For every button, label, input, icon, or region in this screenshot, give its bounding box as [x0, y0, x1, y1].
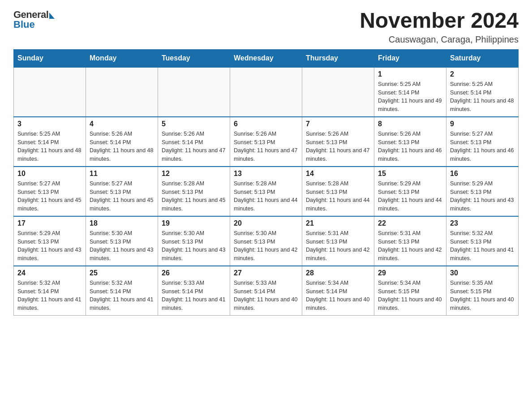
- sun-info: Sunrise: 5:35 AMSunset: 5:15 PMDaylight:…: [450, 279, 515, 313]
- sun-info: Sunrise: 5:34 AMSunset: 5:15 PMDaylight:…: [378, 279, 442, 313]
- day-number: 9: [450, 120, 515, 128]
- sun-info: Sunrise: 5:34 AMSunset: 5:14 PMDaylight:…: [306, 279, 370, 313]
- sun-info: Sunrise: 5:27 AMSunset: 5:13 PMDaylight:…: [17, 180, 82, 213]
- sun-info: Sunrise: 5:29 AMSunset: 5:13 PMDaylight:…: [378, 180, 442, 213]
- day-number: 2: [450, 70, 515, 78]
- sun-info: Sunrise: 5:29 AMSunset: 5:13 PMDaylight:…: [450, 180, 515, 213]
- calendar-cell: [86, 67, 158, 117]
- calendar-cell: [230, 67, 302, 117]
- month-year-title: November 2024: [360, 9, 519, 33]
- sun-info: Sunrise: 5:26 AMSunset: 5:13 PMDaylight:…: [306, 130, 370, 163]
- calendar-header-sunday: Sunday: [14, 49, 86, 67]
- sun-info: Sunrise: 5:25 AMSunset: 5:14 PMDaylight:…: [450, 80, 515, 114]
- sun-info: Sunrise: 5:25 AMSunset: 5:14 PMDaylight:…: [17, 130, 82, 163]
- sun-info: Sunrise: 5:28 AMSunset: 5:13 PMDaylight:…: [162, 180, 226, 213]
- sun-info: Sunrise: 5:33 AMSunset: 5:14 PMDaylight:…: [234, 279, 298, 313]
- calendar-cell: 13Sunrise: 5:28 AMSunset: 5:13 PMDayligh…: [230, 167, 302, 216]
- sun-info: Sunrise: 5:29 AMSunset: 5:13 PMDaylight:…: [17, 229, 82, 263]
- calendar-header-saturday: Saturday: [446, 49, 519, 67]
- calendar-week-row: 17Sunrise: 5:29 AMSunset: 5:13 PMDayligh…: [14, 216, 519, 266]
- calendar-cell: 17Sunrise: 5:29 AMSunset: 5:13 PMDayligh…: [14, 216, 86, 266]
- day-number: 29: [378, 269, 442, 277]
- day-number: 7: [306, 120, 370, 128]
- calendar-header-row: SundayMondayTuesdayWednesdayThursdayFrid…: [14, 49, 519, 67]
- calendar-cell: 21Sunrise: 5:31 AMSunset: 5:13 PMDayligh…: [302, 216, 374, 266]
- day-number: 17: [17, 219, 82, 227]
- calendar-cell: 20Sunrise: 5:30 AMSunset: 5:13 PMDayligh…: [230, 216, 302, 266]
- sun-info: Sunrise: 5:30 AMSunset: 5:13 PMDaylight:…: [90, 229, 154, 263]
- calendar-cell: 10Sunrise: 5:27 AMSunset: 5:13 PMDayligh…: [14, 167, 86, 216]
- sun-info: Sunrise: 5:28 AMSunset: 5:13 PMDaylight:…: [234, 180, 298, 213]
- calendar-header-thursday: Thursday: [302, 49, 374, 67]
- calendar-cell: 14Sunrise: 5:28 AMSunset: 5:13 PMDayligh…: [302, 167, 374, 216]
- day-number: 13: [234, 170, 298, 178]
- calendar-cell: 25Sunrise: 5:32 AMSunset: 5:14 PMDayligh…: [86, 266, 158, 316]
- sun-info: Sunrise: 5:27 AMSunset: 5:13 PMDaylight:…: [450, 130, 515, 163]
- day-number: 5: [162, 120, 226, 128]
- calendar-cell: 4Sunrise: 5:26 AMSunset: 5:14 PMDaylight…: [86, 117, 158, 167]
- calendar-cell: 26Sunrise: 5:33 AMSunset: 5:14 PMDayligh…: [158, 266, 230, 316]
- calendar-cell: 24Sunrise: 5:32 AMSunset: 5:14 PMDayligh…: [14, 266, 86, 316]
- logo-blue-text: Blue: [13, 19, 35, 30]
- day-number: 28: [306, 269, 370, 277]
- sun-info: Sunrise: 5:26 AMSunset: 5:13 PMDaylight:…: [378, 130, 442, 163]
- day-number: 11: [90, 170, 154, 178]
- day-number: 16: [450, 170, 515, 178]
- calendar-cell: 16Sunrise: 5:29 AMSunset: 5:13 PMDayligh…: [446, 167, 519, 216]
- sun-info: Sunrise: 5:26 AMSunset: 5:14 PMDaylight:…: [90, 130, 154, 163]
- day-number: 23: [450, 219, 515, 227]
- day-number: 22: [378, 219, 442, 227]
- calendar-cell: 6Sunrise: 5:26 AMSunset: 5:13 PMDaylight…: [230, 117, 302, 167]
- calendar-cell: 28Sunrise: 5:34 AMSunset: 5:14 PMDayligh…: [302, 266, 374, 316]
- calendar-cell: 3Sunrise: 5:25 AMSunset: 5:14 PMDaylight…: [14, 117, 86, 167]
- calendar-header-friday: Friday: [374, 49, 446, 67]
- calendar-cell: 8Sunrise: 5:26 AMSunset: 5:13 PMDaylight…: [374, 117, 446, 167]
- sun-info: Sunrise: 5:26 AMSunset: 5:13 PMDaylight:…: [234, 130, 298, 163]
- calendar-cell: 30Sunrise: 5:35 AMSunset: 5:15 PMDayligh…: [446, 266, 519, 316]
- sun-info: Sunrise: 5:32 AMSunset: 5:13 PMDaylight:…: [450, 229, 515, 263]
- day-number: 18: [90, 219, 154, 227]
- day-number: 1: [378, 70, 442, 78]
- logo: General Blue: [13, 9, 55, 30]
- calendar-week-row: 3Sunrise: 5:25 AMSunset: 5:14 PMDaylight…: [14, 117, 519, 167]
- calendar-cell: 29Sunrise: 5:34 AMSunset: 5:15 PMDayligh…: [374, 266, 446, 316]
- calendar-cell: 1Sunrise: 5:25 AMSunset: 5:14 PMDaylight…: [374, 67, 446, 117]
- sun-info: Sunrise: 5:30 AMSunset: 5:13 PMDaylight:…: [162, 229, 226, 263]
- day-number: 6: [234, 120, 298, 128]
- calendar-cell: 18Sunrise: 5:30 AMSunset: 5:13 PMDayligh…: [86, 216, 158, 266]
- day-number: 14: [306, 170, 370, 178]
- calendar-table: SundayMondayTuesdayWednesdayThursdayFrid…: [13, 49, 519, 316]
- day-number: 20: [234, 219, 298, 227]
- day-number: 12: [162, 170, 226, 178]
- location-subtitle: Causwagan, Caraga, Philippines: [360, 34, 519, 45]
- sun-info: Sunrise: 5:30 AMSunset: 5:13 PMDaylight:…: [234, 229, 298, 263]
- logo-triangle-icon: [49, 13, 55, 19]
- calendar-cell: 2Sunrise: 5:25 AMSunset: 5:14 PMDaylight…: [446, 67, 519, 117]
- sun-info: Sunrise: 5:26 AMSunset: 5:14 PMDaylight:…: [162, 130, 226, 163]
- day-number: 27: [234, 269, 298, 277]
- calendar-cell: [302, 67, 374, 117]
- calendar-week-row: 1Sunrise: 5:25 AMSunset: 5:14 PMDaylight…: [14, 67, 519, 117]
- day-number: 4: [90, 120, 154, 128]
- title-block: November 2024 Causwagan, Caraga, Philipp…: [360, 9, 519, 45]
- day-number: 19: [162, 219, 226, 227]
- page-header: General Blue November 2024 Causwagan, Ca…: [13, 9, 519, 45]
- day-number: 10: [17, 170, 82, 178]
- calendar-cell: 11Sunrise: 5:27 AMSunset: 5:13 PMDayligh…: [86, 167, 158, 216]
- calendar-header-monday: Monday: [86, 49, 158, 67]
- day-number: 24: [17, 269, 82, 277]
- calendar-cell: 5Sunrise: 5:26 AMSunset: 5:14 PMDaylight…: [158, 117, 230, 167]
- day-number: 21: [306, 219, 370, 227]
- sun-info: Sunrise: 5:25 AMSunset: 5:14 PMDaylight:…: [378, 80, 442, 114]
- calendar-header-wednesday: Wednesday: [230, 49, 302, 67]
- calendar-cell: 7Sunrise: 5:26 AMSunset: 5:13 PMDaylight…: [302, 117, 374, 167]
- calendar-cell: 9Sunrise: 5:27 AMSunset: 5:13 PMDaylight…: [446, 117, 519, 167]
- day-number: 3: [17, 120, 82, 128]
- day-number: 15: [378, 170, 442, 178]
- sun-info: Sunrise: 5:33 AMSunset: 5:14 PMDaylight:…: [162, 279, 226, 313]
- day-number: 26: [162, 269, 226, 277]
- sun-info: Sunrise: 5:32 AMSunset: 5:14 PMDaylight:…: [90, 279, 154, 313]
- calendar-cell: 27Sunrise: 5:33 AMSunset: 5:14 PMDayligh…: [230, 266, 302, 316]
- calendar-cell: 15Sunrise: 5:29 AMSunset: 5:13 PMDayligh…: [374, 167, 446, 216]
- calendar-cell: 19Sunrise: 5:30 AMSunset: 5:13 PMDayligh…: [158, 216, 230, 266]
